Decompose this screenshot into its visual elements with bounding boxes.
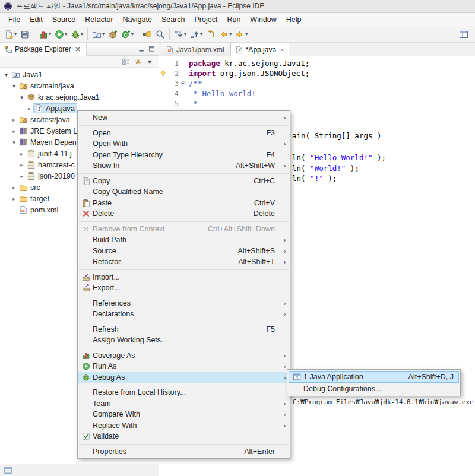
menu-separator	[79, 348, 289, 348]
view-tray-icon[interactable]	[4, 466, 12, 475]
menu-item-coverage-as[interactable]: Coverage As›	[78, 350, 290, 361]
menu-navigate[interactable]: Navigate	[118, 13, 157, 26]
chevron-down-icon[interactable]: ▾	[229, 31, 232, 37]
minimize-icon[interactable]	[138, 45, 145, 53]
collapse-all-icon[interactable]	[122, 58, 130, 66]
tree-expanded-arrow-icon[interactable]: ▾	[18, 94, 26, 100]
view-menu-icon[interactable]	[145, 58, 154, 66]
menu-window[interactable]: Window	[245, 13, 281, 26]
menu-item-copy[interactable]: CopyCtrl+C	[78, 176, 290, 187]
open-type-button[interactable]	[154, 27, 166, 42]
chevron-down-icon[interactable]: ▾	[131, 31, 134, 37]
chevron-down-icon[interactable]: ▾	[200, 31, 202, 37]
editor-line: 3/**	[159, 78, 475, 88]
chevron-down-icon[interactable]: ▾	[49, 31, 51, 37]
tree-expanded-arrow-icon[interactable]: ▾	[10, 139, 18, 145]
menu-help[interactable]: Help	[281, 13, 306, 26]
tree-collapsed-arrow-icon[interactable]: ▸	[18, 162, 26, 168]
chevron-down-icon[interactable]: ▾	[81, 31, 83, 37]
menu-item-properties[interactable]: PropertiesAlt+Enter	[78, 446, 290, 458]
menu-edit[interactable]: Edit	[25, 13, 48, 26]
menu-item-debug-as[interactable]: Debug As›	[78, 372, 290, 383]
chevron-down-icon[interactable]: ▾	[65, 31, 67, 37]
menu-item-team[interactable]: Team›	[78, 398, 290, 410]
menu-item-references[interactable]: References›	[78, 298, 290, 309]
bottom-view-tray	[0, 464, 159, 476]
menu-item-copy-qualified-name[interactable]: Copy Qualified Name	[78, 186, 290, 198]
menu-item-validate[interactable]: Validate	[78, 431, 290, 442]
maximize-icon[interactable]	[148, 45, 156, 53]
chevron-down-icon[interactable]: ▾	[245, 31, 248, 37]
menu-item-refactor[interactable]: RefactorAlt+Shift+T›	[78, 256, 290, 268]
menu-item-source[interactable]: SourceAlt+Shift+S›	[78, 246, 290, 257]
save-button[interactable]	[19, 27, 31, 42]
menu-item-open-with[interactable]: Open With›	[78, 138, 290, 150]
menu-item-replace-with[interactable]: Replace With›	[78, 420, 290, 431]
menu-item-run-as[interactable]: Run As›	[78, 361, 290, 372]
new-java-project-button[interactable]: J▾	[91, 27, 106, 42]
chevron-down-icon[interactable]: ▾	[14, 31, 17, 37]
menu-item-import[interactable]: Import...	[78, 272, 290, 283]
chevron-down-icon[interactable]: ▾	[102, 31, 104, 37]
tree-item-java1[interactable]: ▾JJava1	[0, 69, 159, 80]
editor-tab-label: *App.java	[246, 46, 276, 54]
menu-item-label: Import...	[93, 273, 275, 281]
menu-item-refresh[interactable]: RefreshF5	[78, 324, 290, 335]
tree-collapsed-arrow-icon[interactable]: ▸	[26, 106, 33, 112]
menu-item-assign-working-sets[interactable]: Assign Working Sets...	[78, 335, 290, 346]
menu-item-build-path[interactable]: Build Path›	[78, 234, 290, 246]
close-icon[interactable]	[74, 45, 82, 53]
next-annotation-button[interactable]: ▾	[173, 27, 188, 42]
tree-item-src-main-java[interactable]: ▾src/main/java	[0, 80, 159, 91]
menu-item-restore-from-local-history[interactable]: Restore from Local History...	[78, 387, 290, 398]
menu-refactor[interactable]: Refactor	[80, 13, 118, 26]
menu-item-paste[interactable]: PasteCtrl+V	[78, 198, 290, 209]
submenu-item-1-java-application[interactable]: J1 Java ApplicationAlt+Shift+D, J	[289, 371, 459, 383]
search-button[interactable]	[141, 27, 153, 42]
run-button[interactable]: ▾	[53, 27, 68, 42]
menu-item-open[interactable]: OpenF3	[78, 128, 290, 139]
coverage-button[interactable]: ▾	[37, 27, 52, 42]
menu-item-show-in[interactable]: Show InAlt+Shift+W›	[78, 160, 290, 172]
debug-icon	[71, 30, 80, 39]
tree-collapsed-arrow-icon[interactable]: ▸	[10, 185, 18, 191]
tree-collapsed-arrow-icon[interactable]: ▸	[18, 173, 26, 179]
editor-tab-app-java[interactable]: J*App.java×	[230, 43, 289, 56]
chevron-down-icon[interactable]: ▾	[184, 31, 186, 37]
menu-item-compare-with[interactable]: Compare With›	[78, 409, 290, 420]
tree-expanded-arrow-icon[interactable]: ▾	[2, 72, 10, 78]
forward-button[interactable]: ▾	[234, 27, 249, 42]
package-explorer-tab[interactable]: Package Explorer	[0, 43, 87, 56]
close-tab-icon[interactable]: ×	[280, 46, 284, 53]
tree-collapsed-arrow-icon[interactable]: ▸	[10, 117, 18, 123]
menu-run[interactable]: Run	[222, 13, 245, 26]
perspective-button[interactable]	[458, 27, 470, 42]
menu-item-new[interactable]: New›	[78, 112, 290, 123]
menu-item-open-type-hierarchy[interactable]: Open Type HierarchyF4	[78, 150, 290, 161]
tree-item-kr-ac-sejong-java1[interactable]: ▾kr.ac.sejong.Java1	[0, 91, 159, 103]
tree-collapsed-arrow-icon[interactable]: ▸	[18, 151, 26, 157]
menu-file[interactable]: File	[4, 13, 25, 26]
tree-expanded-arrow-icon[interactable]: ▾	[10, 83, 18, 89]
tree-collapsed-arrow-icon[interactable]: ▸	[10, 128, 18, 134]
menu-source[interactable]: Source	[48, 13, 81, 26]
menu-item-delete[interactable]: DeleteDelete	[78, 208, 290, 220]
menu-item-export[interactable]: Export...	[78, 283, 290, 294]
submenu-item-debug-configurations[interactable]: Debug Configurations...	[289, 383, 459, 395]
last-edit-button[interactable]	[205, 27, 217, 42]
menu-item-declarations[interactable]: Declarations›	[78, 309, 290, 320]
new-wizard-button[interactable]: ▾	[3, 27, 18, 42]
prev-annotation-button[interactable]: ▾	[189, 27, 204, 42]
back-button[interactable]: ▾	[218, 27, 233, 42]
new-package-button[interactable]	[107, 27, 119, 42]
fold-minus-icon[interactable]	[180, 80, 186, 87]
menu-project[interactable]: Project	[190, 13, 223, 26]
tree-collapsed-arrow-icon[interactable]: ▸	[10, 196, 18, 202]
tree-item-label: Java1	[23, 71, 42, 79]
link-editor-icon[interactable]	[134, 58, 142, 66]
debug-button[interactable]: ▾	[69, 27, 84, 42]
svg-text:J: J	[238, 47, 240, 53]
new-class-button[interactable]: C▾	[120, 27, 135, 42]
menu-search[interactable]: Search	[157, 13, 190, 26]
editor-tab-java1-pom-xml[interactable]: MJava1/pom.xml	[161, 43, 229, 56]
